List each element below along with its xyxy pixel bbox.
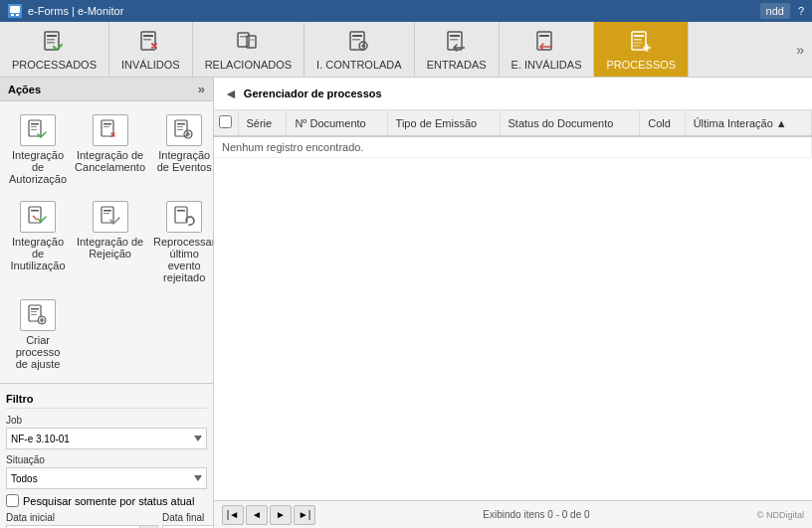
- select-all-checkbox[interactable]: [219, 115, 232, 128]
- svg-rect-6: [47, 39, 55, 41]
- invalidos-icon: [136, 28, 164, 56]
- integracao-autorizacao-icon: [20, 114, 56, 146]
- svg-rect-16: [352, 35, 362, 37]
- action-grid: Integração de Autorização Integração de …: [0, 101, 213, 383]
- pagination-bar: |◄ ◄ ► ►| Exibindo itens 0 - 0 de 0 © ND…: [214, 500, 812, 528]
- actions-title: Ações: [8, 84, 41, 95]
- empty-row: Nenhum registro encontrado.: [214, 136, 812, 158]
- table-header-row: Série Nº Documento Tipo de Emissão Statu…: [214, 110, 812, 136]
- action-integracao-autorizacao[interactable]: Integração de Autorização: [6, 107, 70, 192]
- reprocessar-icon: [166, 201, 202, 233]
- svg-rect-46: [103, 210, 111, 212]
- th-ultima-interacao[interactable]: Última Interação ▲: [685, 110, 811, 136]
- svg-rect-10: [143, 39, 151, 41]
- th-serie[interactable]: Série: [238, 110, 287, 136]
- integracao-eventos-label: Integração de Eventos: [153, 149, 214, 173]
- nav-bar: PROCESSADOS INVÁLIDOS RELACIONADOS: [0, 22, 812, 78]
- content-header: ◄ Gerenciador de processos: [214, 78, 812, 110]
- svg-rect-20: [450, 35, 460, 37]
- main-table: Série Nº Documento Tipo de Emissão Statu…: [214, 110, 812, 158]
- action-integracao-inutilizacao[interactable]: Integração de Inutilização: [6, 194, 70, 290]
- integracao-cancelamento-label: Integração de Cancelamento: [75, 149, 145, 173]
- action-integracao-rejeicao[interactable]: Integração de Rejeição: [72, 194, 148, 290]
- svg-rect-2: [11, 14, 14, 16]
- integracao-eventos-icon: [166, 114, 202, 146]
- svg-rect-31: [31, 123, 39, 125]
- relacionados-label: RELACIONADOS: [205, 59, 292, 71]
- svg-rect-48: [175, 207, 187, 223]
- svg-rect-12: [240, 36, 247, 38]
- processados-label: PROCESSADOS: [12, 59, 97, 71]
- pesquisar-status-row: Pesquisar somente por status atual: [6, 494, 207, 507]
- action-integracao-cancelamento[interactable]: Integração de Cancelamento: [72, 107, 148, 192]
- situacao-label: Situação: [6, 454, 207, 465]
- th-status-documento[interactable]: Status do Documento: [500, 110, 640, 136]
- nav-invalidos[interactable]: INVÁLIDOS: [109, 22, 193, 77]
- svg-rect-5: [47, 35, 57, 37]
- nav-processos[interactable]: PROCESSOS: [594, 22, 689, 77]
- entradas-label: ENTRADAS: [427, 59, 487, 71]
- svg-line-44: [33, 216, 37, 220]
- pesquisar-status-checkbox[interactable]: [6, 494, 19, 507]
- th-ndocumento[interactable]: Nº Documento: [287, 110, 387, 136]
- th-tipo-emissao[interactable]: Tipo de Emissão: [387, 110, 500, 136]
- help-button[interactable]: ?: [798, 5, 804, 17]
- einvalidas-label: E. INVÁLIDAS: [511, 59, 582, 71]
- job-label: Job: [6, 415, 207, 426]
- svg-rect-47: [103, 213, 109, 214]
- data-final-col: Data final ▼: [162, 507, 214, 528]
- svg-rect-40: [177, 129, 183, 130]
- data-inicial-label: Data inicial: [6, 512, 158, 523]
- relacionados-icon: [234, 28, 262, 56]
- integracao-rejeicao-label: Integração de Rejeição: [75, 236, 145, 260]
- svg-rect-49: [177, 210, 185, 212]
- svg-rect-51: [31, 308, 39, 310]
- table-wrap: Série Nº Documento Tipo de Emissão Statu…: [214, 110, 812, 500]
- svg-rect-21: [450, 39, 458, 41]
- th-cold[interactable]: Cold: [640, 110, 685, 136]
- page-prev-btn[interactable]: ◄: [246, 505, 268, 525]
- filter-section: Filtro Job NF-e 3.10-01 Situação Todos P…: [0, 383, 213, 528]
- nav-einvalidas[interactable]: E. INVÁLIDAS: [500, 22, 595, 77]
- nav-processados[interactable]: PROCESSADOS: [0, 22, 109, 77]
- svg-rect-1: [10, 6, 20, 13]
- back-arrow-btn[interactable]: ◄: [224, 86, 238, 101]
- empty-message: Nenhum registro encontrado.: [214, 136, 812, 158]
- filter-title: Filtro: [6, 390, 207, 409]
- action-reprocessar-ultimo-evento[interactable]: Reprocessar último evento rejeitado: [150, 194, 214, 290]
- nav-entradas[interactable]: ENTRADAS: [415, 22, 500, 77]
- action-criar-processo-ajuste[interactable]: Criar processo de ajuste: [6, 292, 70, 377]
- page-first-btn[interactable]: |◄: [222, 505, 244, 525]
- reprocessar-label: Reprocessar último evento rejeitado: [153, 236, 214, 283]
- criar-processo-label: Criar processo de ajuste: [9, 334, 67, 370]
- page-last-btn[interactable]: ►|: [294, 505, 315, 525]
- th-check[interactable]: [214, 110, 238, 136]
- svg-rect-53: [31, 314, 37, 315]
- job-select[interactable]: NF-e 3.10-01: [6, 428, 207, 449]
- user-menu[interactable]: ndd: [760, 3, 790, 19]
- nav-icontrolada[interactable]: I. CONTROLADA: [304, 22, 415, 77]
- processos-label: PROCESSOS: [606, 59, 676, 71]
- integracao-inutilizacao-icon: [20, 201, 56, 233]
- criar-processo-icon: [20, 299, 56, 331]
- page-info: Exibindo itens 0 - 0 de 0: [483, 509, 589, 520]
- collapse-actions-btn[interactable]: »: [198, 82, 205, 96]
- svg-rect-3: [16, 14, 19, 16]
- processos-icon: [627, 28, 655, 56]
- invalidos-label: INVÁLIDOS: [121, 59, 180, 71]
- svg-rect-7: [47, 42, 55, 44]
- svg-rect-38: [177, 123, 185, 125]
- svg-rect-32: [31, 126, 37, 127]
- action-integracao-eventos[interactable]: Integração de Eventos: [150, 107, 214, 192]
- situacao-select[interactable]: Todos: [6, 467, 207, 489]
- einvalidas-icon: [532, 28, 560, 56]
- processados-icon: [40, 28, 68, 56]
- nav-relacionados[interactable]: RELACIONADOS: [193, 22, 304, 77]
- svg-rect-9: [143, 35, 153, 37]
- svg-rect-35: [103, 123, 111, 125]
- page-next-btn[interactable]: ►: [270, 505, 292, 525]
- icontrolada-icon: [345, 28, 373, 56]
- pesquisar-status-label: Pesquisar somente por status atual: [23, 495, 194, 507]
- collapse-nav-btn[interactable]: »: [796, 42, 804, 58]
- svg-rect-39: [177, 126, 183, 127]
